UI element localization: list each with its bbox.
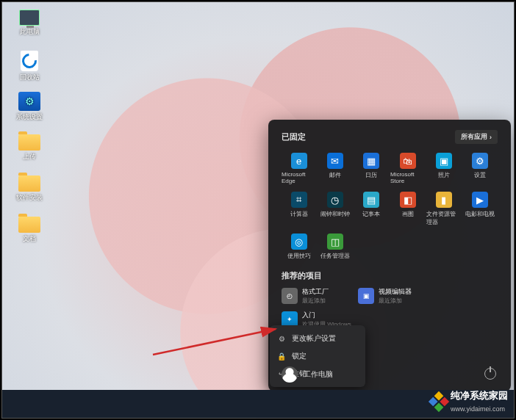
pinned-paint[interactable]: ◧画图 xyxy=(390,190,425,228)
pinned-calendar[interactable]: ▦日历 xyxy=(354,151,389,186)
pinned-photos[interactable]: ▣照片 xyxy=(426,151,461,186)
desktop-icon-recycle-bin[interactable]: 回收站 xyxy=(11,51,48,82)
pinned-movies[interactable]: ▶电影和电视 xyxy=(463,190,498,228)
pinned-calculator[interactable]: ⌗计算器 xyxy=(282,190,316,228)
user-settings-icon: ⚙ xyxy=(277,334,286,343)
pinned-label: 计算器 xyxy=(290,210,308,218)
folder-2-icon xyxy=(18,175,40,192)
recommended-sub: 最近添加 xyxy=(379,297,412,305)
desktop-icon-folder-2[interactable]: 软件安装 xyxy=(11,175,48,203)
taskmgr-icon: ◫ xyxy=(327,233,343,250)
pinned-tips[interactable]: ◎使用技巧 xyxy=(282,232,316,261)
recommended-title: 格式工厂 xyxy=(302,287,329,297)
this-pc-icon xyxy=(19,10,40,26)
recommended-sub: 最近添加 xyxy=(302,297,329,305)
all-apps-button[interactable]: 所有应用 › xyxy=(455,130,498,144)
calculator-icon: ⌗ xyxy=(291,192,307,208)
mail-icon: ✉ xyxy=(327,153,343,169)
desktop-icon-label: 此电脑 xyxy=(11,27,48,37)
recommended-header: 推荐的项目 xyxy=(282,270,498,281)
pinned-label: 文件资源管理器 xyxy=(426,210,461,226)
system-settings-icon: ⚙ xyxy=(18,92,40,111)
movies-icon: ▶ xyxy=(472,192,488,208)
pinned-label: 闹钟和时钟 xyxy=(320,210,350,218)
avatar-icon xyxy=(282,366,298,383)
change-account-settings[interactable]: ⚙ 更改帐户设置 xyxy=(270,330,365,347)
pinned-explorer[interactable]: ▮文件资源管理器 xyxy=(426,190,461,228)
desktop-icon-label: 软件安装 xyxy=(11,193,48,203)
recommended-format-factory[interactable]: ◴格式工厂最近添加 xyxy=(282,287,329,305)
recommended-video-editor[interactable]: ▣视频编辑器最近添加 xyxy=(358,287,412,305)
lock-button[interactable]: 🔒 锁定 xyxy=(270,347,365,365)
pinned-clock[interactable]: ◷闹钟和时钟 xyxy=(318,190,352,228)
desktop-icon-system-settings[interactable]: ⚙系统设置 xyxy=(11,92,48,122)
pinned-notepad[interactable]: ▤记事本 xyxy=(354,190,389,228)
pinned-label: 邮件 xyxy=(329,171,341,179)
explorer-icon: ▮ xyxy=(436,192,452,208)
folder-1-icon xyxy=(18,134,40,151)
settings-icon: ⚙ xyxy=(472,153,488,169)
pinned-label: 画图 xyxy=(402,210,414,218)
format-factory-icon: ◴ xyxy=(282,288,298,304)
pinned-store[interactable]: 🛍Microsoft Store xyxy=(390,151,425,186)
recommended-title: 视频编辑器 xyxy=(379,287,412,297)
video-editor-icon: ▣ xyxy=(358,288,374,304)
watermark-logo-icon xyxy=(429,391,449,411)
recycle-bin-icon xyxy=(21,51,38,71)
notepad-icon: ▤ xyxy=(363,192,379,208)
desktop-icon-folder-1[interactable]: 上传 xyxy=(11,134,48,162)
pinned-header: 已固定 xyxy=(282,131,306,142)
chevron-right-icon: › xyxy=(490,134,492,141)
clock-icon: ◷ xyxy=(327,192,343,208)
calendar-icon: ▦ xyxy=(363,153,379,169)
pinned-label: 使用技巧 xyxy=(287,252,311,260)
pinned-taskmgr[interactable]: ◫任务管理器 xyxy=(318,232,352,261)
folder-3-icon xyxy=(18,217,40,233)
pinned-label: 记事本 xyxy=(362,210,380,218)
pinned-label: 任务管理器 xyxy=(320,252,350,260)
tips-icon: ◎ xyxy=(291,233,307,250)
desktop-icon-label: 系统设置 xyxy=(11,112,48,122)
desktop[interactable]: 此电脑回收站⚙系统设置上传软件安装文档 已固定 所有应用 › eMicrosof… xyxy=(2,2,514,390)
paint-icon: ◧ xyxy=(400,192,416,208)
photos-icon: ▣ xyxy=(436,153,452,169)
desktop-icon-label: 回收站 xyxy=(11,73,48,82)
pinned-label: 日历 xyxy=(365,171,377,179)
pinned-edge[interactable]: eMicrosoft Edge xyxy=(282,151,316,186)
pinned-label: Microsoft Store xyxy=(390,171,425,184)
store-icon: 🛍 xyxy=(400,153,416,169)
desktop-icon-folder-3[interactable]: 文档 xyxy=(11,217,48,244)
pinned-label: Microsoft Edge xyxy=(282,171,316,184)
edge-icon: e xyxy=(291,153,307,169)
desktop-icon-this-pc[interactable]: 此电脑 xyxy=(11,10,48,37)
power-button[interactable] xyxy=(484,368,496,380)
pinned-mail[interactable]: ✉邮件 xyxy=(318,151,352,186)
start-menu: 已固定 所有应用 › eMicrosoft Edge✉邮件▦日历🛍Microso… xyxy=(268,120,511,391)
lock-icon: 🔒 xyxy=(277,352,286,361)
watermark: 纯净系统家园 www.yidaimei.com xyxy=(431,389,508,413)
svg-line-0 xyxy=(153,329,276,355)
desktop-icon-label: 上传 xyxy=(11,152,48,162)
user-account-button[interactable]: 工作电脑 xyxy=(282,366,333,383)
pinned-label: 电影和电视 xyxy=(465,210,495,218)
pinned-settings[interactable]: ⚙设置 xyxy=(463,151,498,186)
pinned-label: 照片 xyxy=(438,171,450,179)
recommended-title: 入门 xyxy=(302,311,351,320)
desktop-icon-label: 文档 xyxy=(11,234,48,244)
pinned-label: 设置 xyxy=(474,171,486,179)
